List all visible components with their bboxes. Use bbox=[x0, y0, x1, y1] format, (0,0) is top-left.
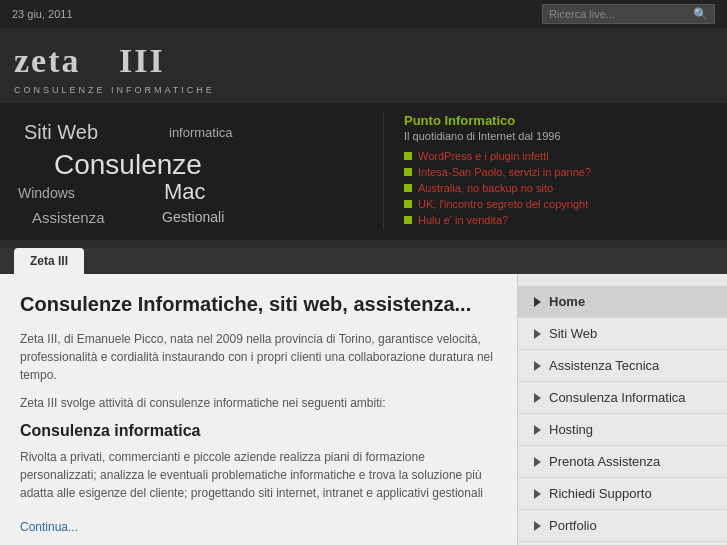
sidebar-item-label: Consulenza Informatica bbox=[549, 390, 686, 405]
punto-item: WordPress e i plugin infetti bbox=[404, 150, 713, 162]
tab-bar: Zeta III bbox=[0, 248, 727, 274]
logo-wrap: zeta III Consulenze Informatiche bbox=[14, 38, 215, 95]
punto-bullet-icon bbox=[404, 168, 412, 176]
tagcloud-item[interactable]: Consulenze bbox=[54, 149, 202, 181]
chevron-right-icon bbox=[534, 297, 541, 307]
body-text-3: Rivolta a privati, commercianti e piccol… bbox=[20, 448, 497, 502]
punto-bullet-icon bbox=[404, 216, 412, 224]
sidebar-item-label: Siti Web bbox=[549, 326, 597, 341]
punto-title: Punto Informatico bbox=[404, 113, 713, 128]
punto-bullet-icon bbox=[404, 184, 412, 192]
sidebar-item-richiedi-supporto[interactable]: Richiedi Supporto bbox=[518, 478, 727, 510]
sidebar-item-prenota-assistenza[interactable]: Prenota Assistenza bbox=[518, 446, 727, 478]
tagcloud-item[interactable]: Mac bbox=[164, 179, 206, 205]
search-wrap[interactable]: 🔍 bbox=[542, 4, 715, 24]
logo-subtitle: Consulenze Informatiche bbox=[14, 85, 215, 95]
tagcloud-item[interactable]: informatica bbox=[169, 125, 233, 140]
main-content: Consulenze Informatiche, siti web, assis… bbox=[0, 274, 727, 545]
chevron-right-icon bbox=[534, 457, 541, 467]
right-sidebar: HomeSiti WebAssistenza TecnicaConsulenza… bbox=[517, 274, 727, 545]
chevron-right-icon bbox=[534, 425, 541, 435]
punto-item: Intesa-San Paolo, servizi in panne? bbox=[404, 166, 713, 178]
sidebar-item-label: Portfolio bbox=[549, 518, 597, 533]
body-text-1: Zeta III, di Emanuele Picco, nata nel 20… bbox=[20, 330, 497, 384]
punto-link[interactable]: WordPress e i plugin infetti bbox=[418, 150, 549, 162]
punto-link[interactable]: Australia, no backup no sito bbox=[418, 182, 553, 194]
section-heading: Consulenza informatica bbox=[20, 422, 497, 440]
tagcloud-item[interactable]: Windows bbox=[18, 185, 75, 201]
svg-text:zeta: zeta bbox=[14, 42, 81, 78]
punto-item: Australia, no backup no sito bbox=[404, 182, 713, 194]
sidebar-item-siti-web[interactable]: Siti Web bbox=[518, 318, 727, 350]
tagcloud-item[interactable]: Gestionali bbox=[162, 209, 224, 225]
punto-bullet-icon bbox=[404, 200, 412, 208]
punto-link[interactable]: Hulu e' in vendita? bbox=[418, 214, 508, 226]
chevron-right-icon bbox=[534, 393, 541, 403]
punto-section: Punto Informatico Il quotidiano di Inter… bbox=[383, 113, 713, 230]
sidebar-item-label: Assistenza Tecnica bbox=[549, 358, 659, 373]
chevron-right-icon bbox=[534, 521, 541, 531]
sidebar-item-label: Home bbox=[549, 294, 585, 309]
tagcloud: Siti WebinformaticaConsulenzeWindowsMacA… bbox=[14, 113, 383, 230]
tagcloud-item[interactable]: Assistenza bbox=[32, 209, 105, 226]
chevron-right-icon bbox=[534, 489, 541, 499]
sidebar-item-hosting[interactable]: Hosting bbox=[518, 414, 727, 446]
punto-link[interactable]: Intesa-San Paolo, servizi in panne? bbox=[418, 166, 591, 178]
search-icon[interactable]: 🔍 bbox=[693, 7, 708, 21]
tagcloud-item[interactable]: Siti Web bbox=[24, 121, 98, 144]
date-label: 23 giu, 2011 bbox=[12, 8, 73, 20]
logo-text: zeta III bbox=[14, 38, 215, 83]
sidebar-item-portfolio[interactable]: Portfolio bbox=[518, 510, 727, 542]
sidebar-item-consulenza-informatica[interactable]: Consulenza Informatica bbox=[518, 382, 727, 414]
chevron-right-icon bbox=[534, 361, 541, 371]
body-text-2: Zeta III svolge attività di consulenze i… bbox=[20, 394, 497, 412]
tab-zeta-iii[interactable]: Zeta III bbox=[14, 248, 84, 274]
punto-link[interactable]: UK, l'incontro segreto del copyright bbox=[418, 198, 588, 210]
sidebar-item-label: Hosting bbox=[549, 422, 593, 437]
left-content: Consulenze Informatiche, siti web, assis… bbox=[0, 274, 517, 545]
sidebar-item-home[interactable]: Home bbox=[518, 286, 727, 318]
punto-item: Hulu e' in vendita? bbox=[404, 214, 713, 226]
punto-items: WordPress e i plugin infettiIntesa-San P… bbox=[404, 150, 713, 226]
tagcloud-section: Siti WebinformaticaConsulenzeWindowsMacA… bbox=[0, 103, 727, 240]
continua-link[interactable]: Continua... bbox=[20, 520, 78, 534]
sidebar-item-assistenza-tecnica[interactable]: Assistenza Tecnica bbox=[518, 350, 727, 382]
top-bar: 23 giu, 2011 🔍 bbox=[0, 0, 727, 28]
search-input[interactable] bbox=[549, 8, 689, 20]
header: zeta III Consulenze Informatiche bbox=[0, 28, 727, 103]
punto-bullet-icon bbox=[404, 152, 412, 160]
chevron-right-icon bbox=[534, 329, 541, 339]
punto-item: UK, l'incontro segreto del copyright bbox=[404, 198, 713, 210]
svg-text:III: III bbox=[119, 42, 165, 78]
main-heading: Consulenze Informatiche, siti web, assis… bbox=[20, 292, 497, 316]
punto-subtitle: Il quotidiano di Internet dal 1996 bbox=[404, 130, 713, 142]
sidebar-item-label: Prenota Assistenza bbox=[549, 454, 660, 469]
sidebar-item-label: Richiedi Supporto bbox=[549, 486, 652, 501]
logo-svg: zeta III bbox=[14, 38, 174, 78]
